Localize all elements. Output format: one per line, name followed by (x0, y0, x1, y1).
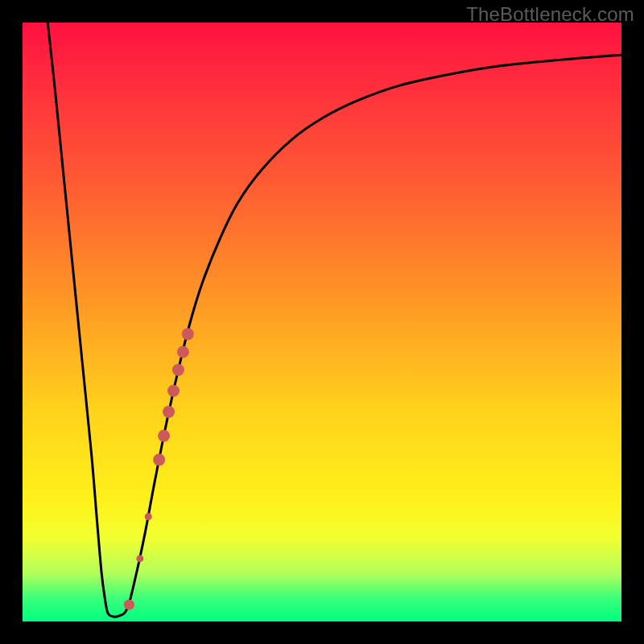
data-point (153, 454, 165, 466)
data-point (124, 600, 134, 610)
data-point (167, 385, 180, 397)
data-point (177, 346, 189, 358)
data-point (136, 555, 143, 562)
data-point (158, 430, 170, 442)
data-points-group (124, 328, 194, 609)
data-point (145, 513, 152, 520)
data-point (163, 406, 175, 418)
data-point (182, 328, 194, 340)
curve-layer (23, 23, 621, 621)
data-point (172, 364, 184, 376)
watermark-text: TheBottleneck.com (466, 3, 634, 26)
chart-frame: TheBottleneck.com (0, 0, 644, 644)
plot-area (23, 23, 621, 621)
bottleneck-curve (47, 23, 621, 617)
